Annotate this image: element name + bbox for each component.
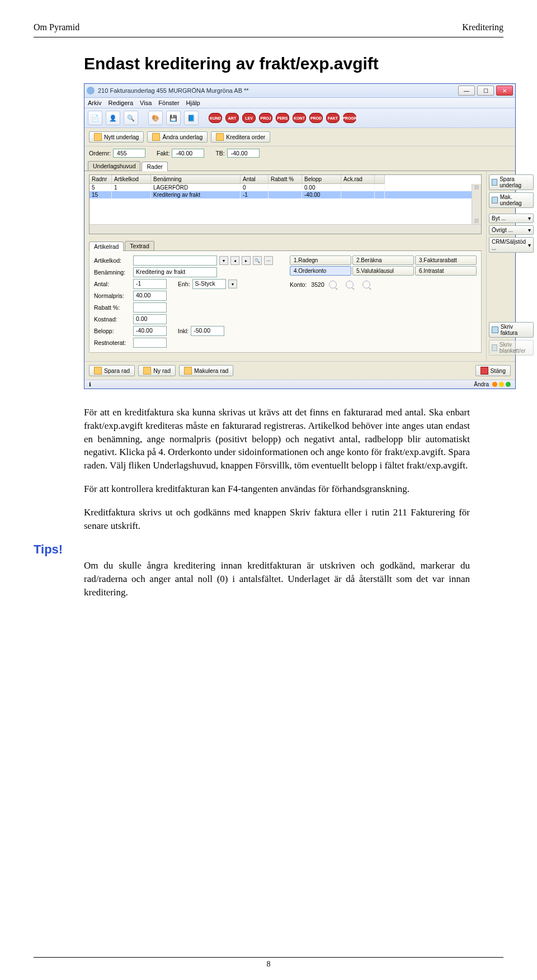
print-icon xyxy=(492,326,498,333)
menu-fonster[interactable]: Fönster xyxy=(158,100,179,106)
col-radnr[interactable]: Radnr xyxy=(90,175,112,184)
link-orderkonto[interactable]: 4.Orderkonto xyxy=(290,266,351,276)
credit-order-button[interactable]: Kreditera order xyxy=(211,131,270,143)
maximize-button[interactable]: ☐ xyxy=(477,86,494,96)
page-footer: 8 xyxy=(34,957,503,969)
toolbar-icon[interactable]: 📄 xyxy=(88,111,102,125)
quick-tag[interactable]: KUND xyxy=(209,113,222,123)
search-icon[interactable] xyxy=(346,281,354,288)
tab-underlagshuvud[interactable]: Underlagshuvud xyxy=(88,161,140,171)
restnoterat-input[interactable] xyxy=(133,338,167,348)
col-ackrad[interactable]: Ack.rad xyxy=(341,175,375,184)
save-row-button[interactable]: Spara rad xyxy=(89,365,135,376)
body-paragraph: Kreditfaktura skrivs ut och godkänns med… xyxy=(84,506,470,533)
skriv-blankett-button: Skriv blankett/er xyxy=(489,340,534,356)
star-icon xyxy=(94,133,102,141)
new-row-button[interactable]: Ny rad xyxy=(138,365,176,376)
quick-tag[interactable]: KONT xyxy=(293,113,306,123)
col-belopp[interactable]: Belopp xyxy=(302,175,341,184)
grid-footer xyxy=(90,224,481,234)
menu-redigera[interactable]: Redigera xyxy=(108,100,133,106)
quick-tag[interactable]: PROJ xyxy=(259,113,272,123)
tab-artikelrad[interactable]: Artikelrad xyxy=(89,242,124,251)
antal-input[interactable]: -1 xyxy=(133,279,167,289)
close-button[interactable]: ✕ xyxy=(496,86,513,96)
col-antal[interactable]: Antal xyxy=(241,175,268,184)
section-title: Endast kreditering av frakt/exp.avgift xyxy=(84,54,503,73)
statusbar: ℹ Ändra xyxy=(84,380,515,389)
col-benamning[interactable]: Benämning xyxy=(151,175,241,184)
col-rabatt[interactable]: Rabatt % xyxy=(268,175,302,184)
search-icon[interactable] xyxy=(329,281,337,288)
link-intrastat[interactable]: 6.Intrastat xyxy=(415,266,477,276)
kostnad-input[interactable]: 0.00 xyxy=(133,314,167,324)
konto-input[interactable]: 3520 xyxy=(311,281,324,288)
status-dot xyxy=(499,382,504,387)
toolbar-icon[interactable]: 🔍 xyxy=(124,111,138,125)
toolbar-icon[interactable]: 👤 xyxy=(106,111,120,125)
link-berakna[interactable]: 2.Beräkna xyxy=(352,255,414,265)
body-paragraph: För att kontrollera kreditfakturan kan F… xyxy=(84,482,470,496)
table-row[interactable]: 15 Kreditering av frakt -1 -40.00 xyxy=(90,191,481,198)
toolbar-icon[interactable]: 🎨 xyxy=(148,111,163,125)
bottom-button-row: Spara rad Ny rad Makulera rad Stäng xyxy=(84,361,515,380)
quick-tag[interactable]: PROGR xyxy=(343,113,356,123)
normalpris-input[interactable]: 40.00 xyxy=(133,291,167,301)
rows-grid: Radnr Artikelkod Benämning Antal Rabatt … xyxy=(89,174,482,234)
edit-underlag-button[interactable]: Ändra underlag xyxy=(147,131,208,143)
benamning-input[interactable]: Kreditering av frakt xyxy=(133,267,217,277)
close-button-bottom[interactable]: Stäng xyxy=(475,365,511,376)
browse-icon[interactable]: ⋯ xyxy=(264,256,273,265)
skriv-faktura-button[interactable]: Skriv faktura xyxy=(489,322,534,338)
del-underlag-button[interactable]: Mak. underlag xyxy=(489,192,534,208)
credit-icon xyxy=(216,133,224,141)
artikelkod-label: Artikelkod: xyxy=(94,257,131,264)
titlebar: 210 Fakturaunderlag 455 MURGRÖNA Murgrön… xyxy=(84,84,515,98)
kostnad-label: Kostnad: xyxy=(94,316,131,323)
detail-panel: Artikelkod: ▾ ◂ ▸ 🔍 ⋯ Benämning:Krediter… xyxy=(89,251,482,353)
save-underlag-button[interactable]: Spara underlag xyxy=(489,174,534,190)
inkl-input[interactable]: -50.00 xyxy=(191,326,224,336)
artikelkod-input[interactable] xyxy=(133,255,217,266)
ovrigt-button[interactable]: Övrigt ...▾ xyxy=(489,225,534,235)
quick-tag[interactable]: LEV xyxy=(242,113,256,123)
quick-tag[interactable]: PROD xyxy=(309,113,323,123)
tab-rader[interactable]: Rader xyxy=(142,162,168,171)
search-icon[interactable]: 🔍 xyxy=(253,256,262,265)
byt-button[interactable]: Byt ...▾ xyxy=(489,214,534,223)
tab-strip-detail: Artikelrad Textrad xyxy=(89,240,482,251)
grid-scrollbar[interactable] xyxy=(472,184,481,224)
toolbar-icon[interactable]: 💾 xyxy=(166,111,181,125)
new-underlag-button[interactable]: Nytt underlag xyxy=(89,131,144,143)
quick-tag[interactable]: PERS xyxy=(276,113,289,123)
dropdown-icon[interactable]: ▾ xyxy=(219,256,228,265)
belopp-input[interactable]: -40.00 xyxy=(133,326,167,336)
crm-button[interactable]: CRM/Säljstöd ...▾ xyxy=(489,237,534,253)
quick-tag[interactable]: ART xyxy=(225,113,239,123)
toolbar-icon[interactable]: 📘 xyxy=(184,111,199,125)
menu-hjalp[interactable]: Hjälp xyxy=(186,100,200,106)
minimize-button[interactable]: — xyxy=(458,86,475,96)
quick-tag[interactable]: FAKT xyxy=(326,113,340,123)
link-valutaklausul[interactable]: 5.Valutaklausul xyxy=(352,266,414,276)
menu-visa[interactable]: Visa xyxy=(140,100,152,106)
app-icon xyxy=(87,87,95,94)
save-icon xyxy=(492,179,497,186)
col-artikelkod[interactable]: Artikelkod xyxy=(112,175,151,184)
next-icon[interactable]: ▸ xyxy=(242,256,251,265)
save-icon xyxy=(94,367,102,375)
prev-icon[interactable]: ◂ xyxy=(230,256,239,265)
enh-select[interactable]: S-Styck xyxy=(192,279,226,289)
link-fakturarabatt[interactable]: 3.Fakturarabatt xyxy=(415,255,477,265)
menu-arkiv[interactable]: Arkiv xyxy=(88,100,101,106)
close-icon xyxy=(481,367,488,375)
header-left: Om Pyramid xyxy=(34,22,79,32)
table-row[interactable]: 5 1 LAGERFÖRD 0 0.00 xyxy=(90,184,481,191)
dropdown-icon[interactable]: ▾ xyxy=(228,280,237,288)
action-row: Nytt underlag Ändra underlag Kreditera o… xyxy=(84,128,515,146)
search-icon[interactable] xyxy=(362,281,370,288)
del-row-button[interactable]: Makulera rad xyxy=(179,365,233,376)
link-radegn[interactable]: 1.Radegn xyxy=(290,255,351,265)
rabatt-input[interactable] xyxy=(133,302,167,313)
tab-textrad[interactable]: Textrad xyxy=(125,241,154,250)
